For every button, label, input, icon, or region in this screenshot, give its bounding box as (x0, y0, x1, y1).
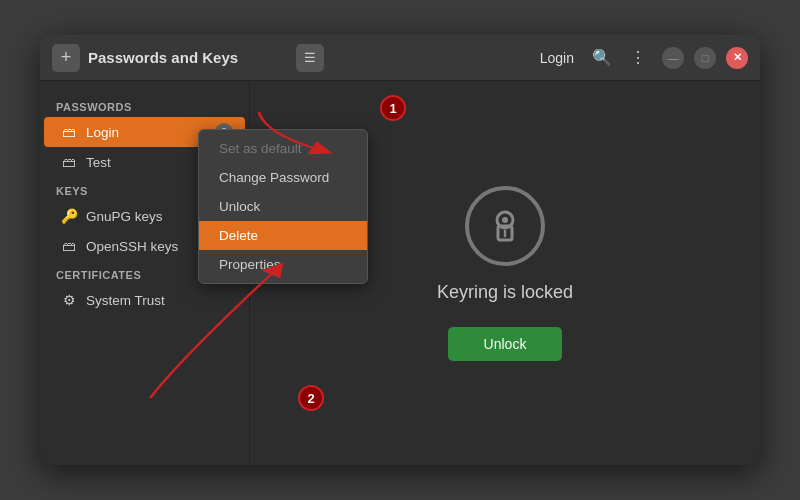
more-options-button[interactable]: ⋮ (624, 44, 652, 72)
close-button[interactable]: ✕ (726, 47, 748, 69)
more-icon: ⋮ (630, 48, 646, 67)
menu-button[interactable]: ☰ (296, 44, 324, 72)
context-menu-item-unlock[interactable]: Unlock (199, 192, 367, 221)
context-menu-item-delete[interactable]: Delete (199, 221, 367, 250)
unlock-button[interactable]: Unlock (448, 327, 563, 361)
context-menu-item-change-password[interactable]: Change Password (199, 163, 367, 192)
keyring-icon (465, 186, 545, 266)
minimize-button[interactable]: — (662, 47, 684, 69)
login-label: Login (540, 50, 574, 66)
app-title: Passwords and Keys (88, 49, 288, 66)
content-area: Passwords 🗃 Login 0 🗃 Test Keys 🔑 GnuPG … (40, 81, 760, 465)
lock-svg (483, 204, 527, 248)
titlebar: + Passwords and Keys ☰ Login 🔍 ⋮ — □ ✕ (40, 35, 760, 81)
maximize-button[interactable]: □ (694, 47, 716, 69)
keyring-status-text: Keyring is locked (437, 282, 573, 303)
test-folder-icon: 🗃 (60, 154, 78, 170)
search-icon: 🔍 (592, 48, 612, 67)
context-menu: Set as default Change Password Unlock De… (198, 129, 368, 284)
sidebar-item-gnupg-label: GnuPG keys (86, 209, 163, 224)
app-window: + Passwords and Keys ☰ Login 🔍 ⋮ — □ ✕ P… (40, 35, 760, 465)
sidebar-item-openssh-label: OpenSSH keys (86, 239, 178, 254)
sidebar-item-systemtrust-label: System Trust (86, 293, 165, 308)
sidebar-item-login-label: Login (86, 125, 119, 140)
passwords-section-label: Passwords (40, 93, 249, 117)
sidebar-item-systemtrust[interactable]: ⚙ System Trust (44, 285, 245, 315)
context-menu-item-set-default: Set as default (199, 134, 367, 163)
search-button[interactable]: 🔍 (588, 44, 616, 72)
login-folder-icon: 🗃 (60, 124, 78, 140)
gnupg-icon: 🔑 (60, 208, 78, 224)
context-menu-item-properties[interactable]: Properties (199, 250, 367, 279)
svg-point-1 (502, 217, 508, 223)
sidebar-item-test-label: Test (86, 155, 111, 170)
systemtrust-icon: ⚙ (60, 292, 78, 308)
openssh-icon: 🗃 (60, 238, 78, 254)
add-button[interactable]: + (52, 44, 80, 72)
